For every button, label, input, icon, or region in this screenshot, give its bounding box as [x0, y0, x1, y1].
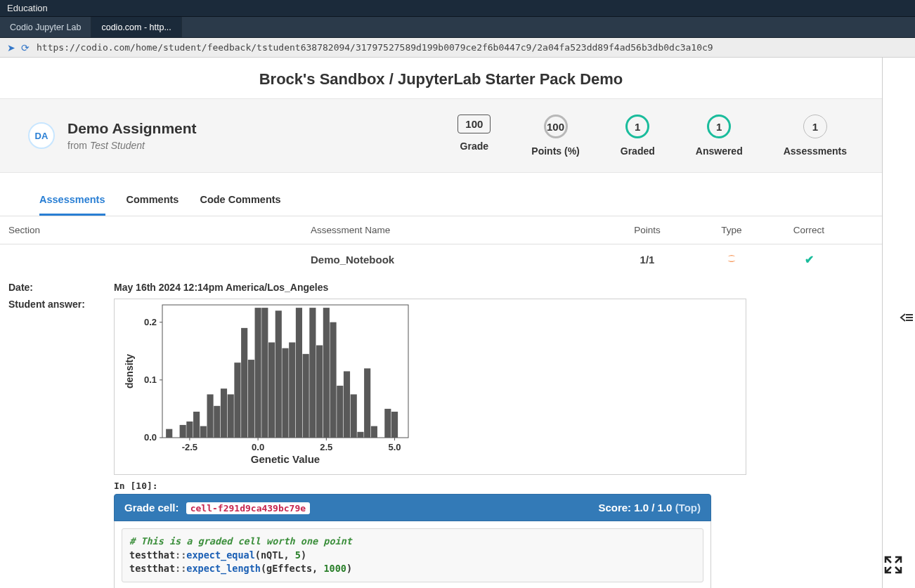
stat-grade: 100 Grade	[458, 115, 491, 157]
svg-rect-30	[371, 426, 377, 438]
assessment-type	[689, 253, 774, 266]
svg-rect-28	[357, 432, 363, 438]
svg-rect-25	[337, 386, 343, 438]
assignment-title: Demo Assignment	[67, 120, 363, 137]
svg-rect-16	[275, 311, 282, 438]
cell-in-label: In [10]:	[114, 481, 841, 491]
svg-text:2.5: 2.5	[320, 442, 332, 452]
assessment-correct: ✔	[774, 253, 844, 266]
address-bar: ➤ ⟳ https://codio.com/home/student/feedb…	[0, 38, 915, 58]
check-icon: ✔	[805, 254, 814, 266]
svg-text:0.2: 0.2	[144, 317, 157, 327]
date-value: May 16th 2024 12:14pm America/Los_Angele…	[114, 282, 841, 293]
reload-icon[interactable]: ⟳	[18, 42, 32, 53]
answer-label: Student answer:	[8, 299, 114, 310]
date-label: Date:	[8, 282, 114, 293]
stat-assessments: 1 Assessments	[784, 115, 847, 157]
assessment-name: Demo_Notebook	[311, 254, 605, 266]
stat-graded: 1 Graded	[621, 115, 655, 157]
table-header: Section Assessment Name Points Type Corr…	[0, 216, 882, 244]
svg-rect-26	[344, 372, 350, 438]
col-section: Section	[8, 225, 311, 235]
svg-rect-19	[296, 308, 302, 438]
browser-tab[interactable]: Codio Jupyter Lab	[0, 17, 91, 37]
col-name: Assessment Name	[311, 225, 605, 235]
svg-rect-9	[228, 394, 234, 438]
svg-rect-29	[364, 368, 370, 438]
chart: 0.00.10.2-2.50.02.55.0densityGenetic Val…	[114, 299, 746, 475]
tab-assessments[interactable]: Assessments	[39, 194, 105, 216]
svg-rect-7	[214, 406, 220, 438]
svg-text:0.0: 0.0	[144, 432, 157, 443]
svg-rect-11	[241, 328, 247, 438]
tab-code-comments[interactable]: Code Comments	[200, 194, 280, 216]
url-field[interactable]: https://codio.com/home/student/feedback/…	[32, 42, 911, 53]
svg-rect-12	[248, 360, 254, 438]
browser-tab-bar: Codio Jupyter Lab codio.com - http...	[0, 17, 915, 38]
svg-rect-24	[330, 322, 336, 438]
density-histogram: 0.00.10.2-2.50.02.55.0densityGenetic Val…	[122, 302, 417, 467]
svg-rect-3	[186, 422, 193, 438]
assignment-subtitle: from Test Student	[67, 140, 363, 151]
svg-rect-5	[200, 426, 207, 438]
svg-rect-13	[255, 308, 261, 438]
svg-rect-27	[351, 394, 357, 438]
page-title: Brock's Sandbox / JupyterLab Starter Pac…	[0, 58, 882, 98]
svg-rect-1	[166, 429, 172, 438]
svg-rect-8	[221, 388, 227, 438]
svg-rect-6	[207, 394, 213, 438]
svg-rect-32	[391, 412, 398, 438]
svg-rect-14	[261, 308, 268, 438]
jupyter-icon	[726, 253, 737, 264]
svg-rect-22	[316, 346, 323, 438]
code-content: # This is a graded cell worth one point …	[122, 528, 703, 582]
cell-score: Score: 1.0 / 1.0 (Top)	[598, 502, 701, 514]
svg-text:-2.5: -2.5	[182, 442, 197, 452]
svg-rect-20	[303, 354, 309, 438]
svg-rect-17	[282, 348, 288, 438]
svg-rect-15	[268, 342, 275, 438]
stat-points: 100 Points (%)	[531, 115, 579, 157]
avatar: DA	[28, 122, 55, 149]
window-title-bar: Education	[0, 0, 915, 17]
svg-text:0.0: 0.0	[252, 442, 264, 452]
tab-comments[interactable]: Comments	[126, 194, 179, 216]
assignment-summary: DA Demo Assignment from Test Student 100…	[0, 98, 882, 173]
svg-text:Genetic Value: Genetic Value	[251, 453, 320, 465]
svg-text:5.0: 5.0	[389, 442, 401, 452]
svg-text:0.1: 0.1	[144, 374, 157, 385]
col-points: Points	[605, 225, 689, 235]
svg-rect-23	[323, 308, 330, 438]
svg-rect-18	[289, 342, 295, 438]
code-block: # This is a graded cell worth one point …	[114, 521, 711, 588]
col-type: Type	[689, 225, 774, 235]
student-name: Test Student	[90, 140, 145, 151]
panel-collapse-handle[interactable]	[898, 311, 915, 325]
browser-tab[interactable]: codio.com - http...	[91, 17, 181, 37]
svg-rect-10	[234, 362, 240, 438]
window-title: Education	[7, 3, 48, 13]
fullscreen-button[interactable]	[884, 556, 902, 574]
assessment-points: 1/1	[605, 254, 689, 266]
table-row[interactable]: Demo_Notebook 1/1 ✔	[0, 244, 882, 275]
nav-arrow-icon[interactable]: ➤	[4, 42, 18, 53]
col-correct: Correct	[774, 225, 844, 235]
page-content: Brock's Sandbox / JupyterLab Starter Pac…	[0, 58, 883, 588]
svg-rect-21	[309, 308, 316, 438]
svg-rect-2	[180, 425, 186, 438]
grade-cell-header: Grade cell: cell-f291d9ca439bc79e Score:…	[114, 494, 711, 521]
svg-text:density: density	[124, 354, 135, 388]
stat-answered: 1 Answered	[696, 115, 743, 157]
content-tabs: Assessments Comments Code Comments	[0, 173, 882, 216]
cell-id: cell-f291d9ca439bc79e	[186, 502, 310, 514]
svg-rect-31	[384, 409, 391, 438]
svg-rect-4	[193, 412, 200, 438]
